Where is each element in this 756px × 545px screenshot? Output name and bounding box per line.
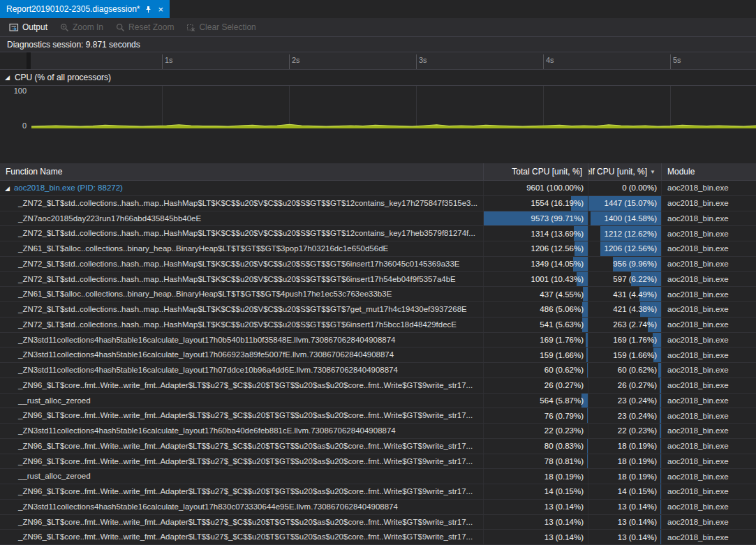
function-name-cell: _ZN96_$LT$core..fmt..Write..write_fmt..A…	[0, 439, 484, 454]
self-cpu-value: 18 (0.19%)	[618, 442, 657, 450]
ruler-tick-label: 5s	[673, 56, 681, 64]
session-label: Diagnostics session: 9.871 seconds	[7, 40, 140, 50]
cpu-chart[interactable]: 100 0	[0, 85, 756, 135]
expand-icon[interactable]: ◢	[5, 185, 10, 192]
total-cpu-value: 437 (4.55%)	[540, 290, 584, 299]
table-header: Function Name Total CPU [unit, %] Self C…	[0, 163, 756, 181]
table-row[interactable]: _ZN3std11collections4hash5table16calcula…	[0, 348, 756, 363]
pin-icon[interactable]	[144, 6, 152, 13]
self-cpu-value: 14 (0.15%)	[618, 487, 657, 495]
self-cpu-bar	[660, 394, 661, 408]
table-row[interactable]: _ZN72_$LT$std..collections..hash..map..H…	[0, 318, 756, 333]
total-cpu-value: 26 (0.27%)	[544, 381, 584, 389]
table-row[interactable]: _ZN3std11collections4hash5table16calcula…	[0, 333, 756, 348]
total-cpu-cell: 78 (0.81%)	[484, 454, 588, 469]
total-cpu-bar	[583, 287, 588, 301]
function-table-body: ◢aoc2018_bin.exe (PID: 88272)9601 (100.0…	[0, 181, 756, 545]
table-row[interactable]: _ZN72_$LT$std..collections..hash..map..H…	[0, 257, 756, 272]
toolbar: Output Zoom In Reset Zoom Clear Selectio…	[0, 18, 756, 36]
total-cpu-cell: 437 (4.55%)	[484, 287, 588, 301]
module-cell: aoc2018_bin.exe	[662, 363, 756, 378]
reset-zoom-button[interactable]: Reset Zoom	[110, 18, 180, 36]
self-cpu-cell: 431 (4.49%)	[588, 287, 662, 301]
self-cpu-cell: 60 (0.62%)	[588, 363, 662, 378]
zoom-in-button[interactable]: Zoom In	[54, 18, 110, 36]
module-cell: aoc2018_bin.exe	[662, 378, 756, 393]
total-cpu-cell: 13 (0.14%)	[484, 500, 588, 514]
function-name-cell: _ZN3std11collections4hash5table16calcula…	[0, 363, 484, 378]
function-name-label: aoc2018_bin.exe (PID: 88272)	[14, 184, 123, 192]
column-header-self-cpu[interactable]: Self CPU [unit, %] ▼	[588, 163, 662, 180]
table-row[interactable]: ◢aoc2018_bin.exe (PID: 88272)9601 (100.0…	[0, 181, 756, 196]
table-row[interactable]: _ZN72_$LT$std..collections..hash..map..H…	[0, 226, 756, 241]
column-header-module[interactable]: Module	[662, 163, 756, 180]
total-cpu-cell: 541 (5.63%)	[484, 318, 588, 332]
column-header-label: Function Name	[6, 167, 62, 177]
cpu-section-header[interactable]: ◢ CPU (% of all processors)	[0, 69, 756, 85]
ruler-tick-line	[416, 54, 417, 69]
table-row[interactable]: _ZN61_$LT$alloc..collections..binary_hea…	[0, 241, 756, 257]
column-header-function-name[interactable]: Function Name	[0, 163, 484, 180]
table-row[interactable]: _ZN3std11collections4hash5table16calcula…	[0, 500, 756, 515]
ruler-tick-label: 3s	[419, 56, 427, 64]
total-cpu-cell: 1206 (12.56%)	[484, 241, 588, 256]
table-row[interactable]: _ZN96_$LT$core..fmt..Write..write_fmt..A…	[0, 439, 756, 454]
zoom-in-icon	[60, 23, 69, 32]
module-cell: aoc2018_bin.exe	[662, 302, 756, 317]
ruler-tick-label: 4s	[546, 56, 554, 64]
table-row[interactable]: _ZN3std11collections4hash5table16calcula…	[0, 424, 756, 439]
total-cpu-cell: 564 (5.87%)	[484, 394, 588, 408]
table-row[interactable]: _ZN96_$LT$core..fmt..Write..write_fmt..A…	[0, 530, 756, 545]
self-cpu-cell: 22 (0.23%)	[588, 424, 662, 438]
table-row[interactable]: _ZN72_$LT$std..collections..hash..map..H…	[0, 302, 756, 318]
table-row[interactable]: __rust_alloc_zeroed564 (5.87%)23 (0.24%)…	[0, 394, 756, 409]
column-header-total-cpu[interactable]: Total CPU [unit, %]	[484, 163, 588, 180]
cpu-plot[interactable]	[31, 89, 756, 128]
table-row[interactable]: _ZN72_$LT$std..collections..hash..map..H…	[0, 272, 756, 288]
self-cpu-cell: 1206 (12.56%)	[588, 241, 662, 256]
clear-selection-button[interactable]: Clear Selection	[180, 18, 262, 36]
self-cpu-bar	[660, 469, 661, 484]
close-icon[interactable]: ×	[158, 5, 163, 14]
self-cpu-bar	[660, 378, 661, 393]
table-row[interactable]: _ZN96_$LT$core..fmt..Write..write_fmt..A…	[0, 484, 756, 500]
ruler-tick-label: 1s	[165, 56, 173, 64]
self-cpu-bar	[660, 515, 661, 530]
table-row[interactable]: _ZN3std11collections4hash5table16calcula…	[0, 363, 756, 378]
table-row[interactable]: _ZN96_$LT$core..fmt..Write..write_fmt..A…	[0, 515, 756, 530]
total-cpu-cell: 18 (0.19%)	[484, 469, 588, 484]
module-cell: aoc2018_bin.exe	[662, 272, 756, 287]
total-cpu-value: 9601 (100.00%)	[526, 184, 584, 192]
total-cpu-cell: 1001 (10.43%)	[484, 272, 588, 287]
table-row[interactable]: _ZN96_$LT$core..fmt..Write..write_fmt..A…	[0, 378, 756, 394]
table-row[interactable]: _ZN61_$LT$alloc..collections..binary_hea…	[0, 287, 756, 302]
table-row[interactable]: _ZN7aoc20185day223run17h66abd435845bb40e…	[0, 211, 756, 227]
self-cpu-value: 1400 (14.58%)	[605, 214, 657, 223]
function-name-cell: _ZN61_$LT$alloc..collections..binary_hea…	[0, 287, 484, 301]
collapse-icon[interactable]: ◢	[5, 74, 10, 81]
self-cpu-bar	[660, 484, 661, 499]
module-cell: aoc2018_bin.exe	[662, 515, 756, 530]
function-name-cell: _ZN96_$LT$core..fmt..Write..write_fmt..A…	[0, 408, 484, 423]
module-cell: aoc2018_bin.exe	[662, 500, 756, 514]
table-row[interactable]: _ZN96_$LT$core..fmt..Write..write_fmt..A…	[0, 454, 756, 470]
output-label: Output	[22, 22, 47, 32]
self-cpu-cell: 159 (1.66%)	[588, 348, 662, 362]
total-cpu-value: 13 (0.14%)	[544, 518, 584, 526]
total-cpu-cell: 60 (0.62%)	[484, 363, 588, 378]
self-cpu-cell: 14 (0.15%)	[588, 484, 662, 499]
column-header-label: Total CPU [unit, %]	[512, 167, 582, 177]
module-cell: aoc2018_bin.exe	[662, 226, 756, 241]
timeline-ruler[interactable]: 1s2s3s4s5s	[0, 52, 756, 69]
table-row[interactable]: _ZN72_$LT$std..collections..hash..map..H…	[0, 196, 756, 211]
self-cpu-cell: 1400 (14.58%)	[588, 211, 662, 226]
module-cell: aoc2018_bin.exe	[662, 318, 756, 332]
table-row[interactable]: __rust_alloc_zeroed18 (0.19%)18 (0.19%)a…	[0, 469, 756, 484]
output-button[interactable]: Output	[3, 18, 54, 36]
self-cpu-cell: 18 (0.19%)	[588, 454, 662, 469]
table-row[interactable]: _ZN96_$LT$core..fmt..Write..write_fmt..A…	[0, 408, 756, 424]
total-cpu-cell: 1314 (13.69%)	[484, 226, 588, 241]
document-tab[interactable]: Report20190102-2305.diagsession* ×	[0, 0, 170, 18]
total-cpu-value: 60 (0.62%)	[544, 366, 584, 374]
self-cpu-value: 13 (0.14%)	[618, 502, 657, 511]
